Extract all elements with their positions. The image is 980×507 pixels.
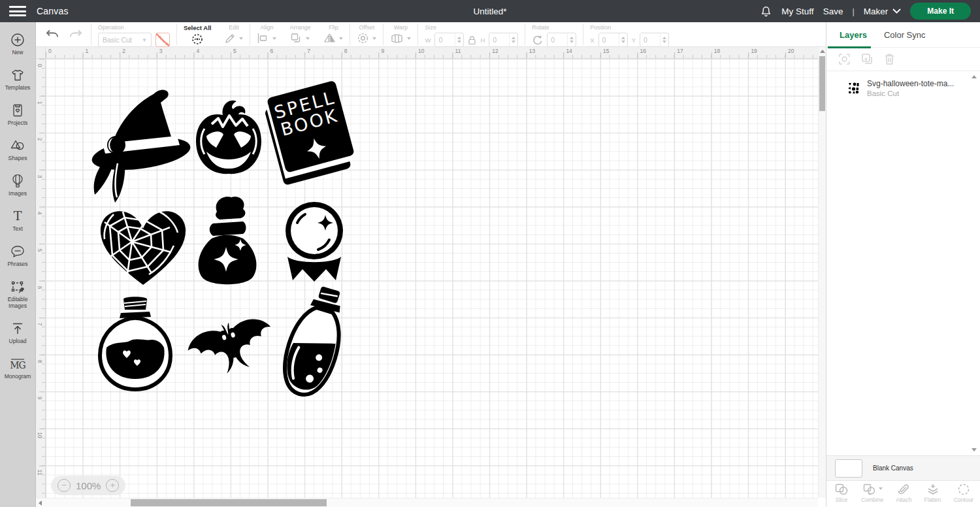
horizontal-scroll-thumb[interactable] <box>131 499 327 506</box>
ruler-label: 3 <box>37 173 43 180</box>
ruler-label: 6 <box>37 284 43 291</box>
select-all-group[interactable]: Select All <box>177 22 218 46</box>
arrange-group[interactable]: Arrange <box>283 22 317 46</box>
operation-select[interactable]: Basic Cut▼ <box>98 33 152 47</box>
size-w-field[interactable] <box>434 33 464 47</box>
scroll-left-arrow-icon[interactable] <box>39 500 42 506</box>
active-tab-underline <box>828 46 871 48</box>
design-crystal-ball[interactable] <box>282 199 347 289</box>
ruler-label: 17 <box>677 48 683 54</box>
align-icon <box>257 33 269 44</box>
sidebar-item-editable-images[interactable]: Editable Images <box>0 273 35 315</box>
rotate-stepper[interactable] <box>567 33 576 46</box>
undo-icon[interactable] <box>45 28 59 41</box>
position-x-field[interactable] <box>598 33 628 47</box>
topbar-divider: | <box>852 7 854 16</box>
zoom-control: − 100% + <box>51 476 125 495</box>
flatten-icon <box>926 483 940 496</box>
canvas-vertical-scrollbar[interactable] <box>818 47 826 498</box>
align-group[interactable]: Align <box>250 22 283 46</box>
ruler-label: 18 <box>714 48 720 54</box>
sidebar-item-phrases[interactable]: Phrases <box>0 238 35 273</box>
ruler-label: 15 <box>603 48 609 54</box>
flatten-button[interactable]: Flatten <box>924 483 941 503</box>
sidebar-item-text[interactable]: T Text <box>0 203 35 238</box>
save-link[interactable]: Save <box>823 7 843 16</box>
duplicate-icon[interactable] <box>861 53 874 65</box>
design-round-potion-bottle[interactable] <box>93 295 178 399</box>
machine-selector[interactable]: Maker <box>864 7 902 16</box>
combine-button[interactable]: Combine <box>861 483 883 503</box>
sidebar-item-new[interactable]: New <box>0 26 35 61</box>
design-spell-book[interactable]: SPELL BOOK <box>261 77 356 189</box>
size-w-stepper[interactable] <box>455 33 463 46</box>
contour-button[interactable]: Contour <box>954 483 973 503</box>
hot-air-balloon-icon <box>10 173 25 189</box>
edit-label: Edit <box>229 24 239 31</box>
redo-icon[interactable] <box>69 28 83 41</box>
sidebar-item-monogram[interactable]: MG Monogram <box>0 350 35 385</box>
lock-icon[interactable] <box>468 35 476 45</box>
flip-group[interactable]: Flip <box>317 22 350 46</box>
sidebar-item-shapes[interactable]: Shapes <box>0 132 35 167</box>
edit-toolbar: Operation Basic Cut▼ Select All Edit Ali… <box>36 22 826 47</box>
blank-canvas-swatch[interactable] <box>835 459 862 478</box>
project-notebook-icon <box>10 103 25 118</box>
sidebar-item-images[interactable]: Images <box>0 167 35 203</box>
list-scroll-up-icon[interactable] <box>972 75 977 78</box>
sidebar-item-upload[interactable]: Upload <box>0 315 35 350</box>
layer-item[interactable]: Svg-halloween-tote-ma... Basic Cut <box>826 71 980 104</box>
ruler-label: 6 <box>270 48 274 54</box>
make-it-button[interactable]: Make It <box>910 3 971 20</box>
arrange-icon <box>290 33 302 44</box>
tab-color-sync[interactable]: Color Sync <box>884 30 926 40</box>
ruler-label: 12 <box>492 48 498 54</box>
notifications-bell-icon[interactable] <box>760 5 772 18</box>
ruler-label: 2 <box>37 136 43 142</box>
select-all-label: Select All <box>184 24 211 31</box>
zoom-in-button[interactable]: + <box>106 479 119 492</box>
my-stuff-link[interactable]: My Stuff <box>781 7 813 16</box>
ruler-label: 11 <box>37 469 43 476</box>
vertical-scroll-thumb[interactable] <box>819 56 825 111</box>
topbar: Canvas Untitled* My Stuff Save | Maker M… <box>0 0 980 22</box>
sidebar-item-templates[interactable]: Templates <box>0 61 35 97</box>
warp-group[interactable]: Warp <box>384 22 417 46</box>
offset-group[interactable]: Offset <box>350 22 383 46</box>
color-swatch[interactable] <box>155 33 170 47</box>
design-witch-hat[interactable] <box>80 86 191 210</box>
select-all-icon <box>191 33 204 45</box>
page-title: Canvas <box>37 6 69 16</box>
position-y-field[interactable] <box>640 33 669 47</box>
sidebar-item-projects[interactable]: Projects <box>0 97 35 132</box>
scroll-up-arrow-icon[interactable] <box>820 50 825 53</box>
canvas-horizontal-scrollbar[interactable] <box>36 498 818 507</box>
svg-text:MG: MG <box>10 360 25 370</box>
design-bat[interactable] <box>185 299 278 392</box>
menu-hamburger-icon[interactable] <box>9 6 26 16</box>
select-again-icon[interactable] <box>838 53 851 65</box>
position-x-stepper[interactable] <box>619 33 627 46</box>
design-jack-o-lantern[interactable] <box>188 98 270 184</box>
list-scroll-down-icon[interactable] <box>972 448 977 451</box>
tab-layers[interactable]: Layers <box>840 30 867 40</box>
blank-canvas-row[interactable]: Blank Canvas <box>826 455 980 480</box>
rotate-icon[interactable] <box>532 35 543 46</box>
zoom-out-button[interactable]: − <box>57 479 71 492</box>
rotate-field[interactable] <box>547 33 576 47</box>
ruler-label: 4 <box>37 210 43 216</box>
slice-button[interactable]: Slice <box>834 483 849 503</box>
attach-button[interactable]: Attach <box>896 483 911 503</box>
position-y-stepper[interactable] <box>660 33 668 46</box>
edit-group[interactable]: Edit <box>218 22 250 46</box>
design-spiderweb-heart[interactable] <box>94 201 192 289</box>
combine-caret-icon <box>879 487 883 490</box>
ruler-label: 14 <box>566 48 572 54</box>
design-potion-sack[interactable] <box>191 195 264 289</box>
trash-icon[interactable] <box>884 53 895 65</box>
zoom-level: 100% <box>76 480 101 491</box>
size-h-stepper[interactable] <box>509 33 517 46</box>
design-tall-potion-bottle[interactable] <box>280 285 348 404</box>
size-h-field[interactable] <box>489 33 518 47</box>
position-label: Position <box>590 24 611 31</box>
